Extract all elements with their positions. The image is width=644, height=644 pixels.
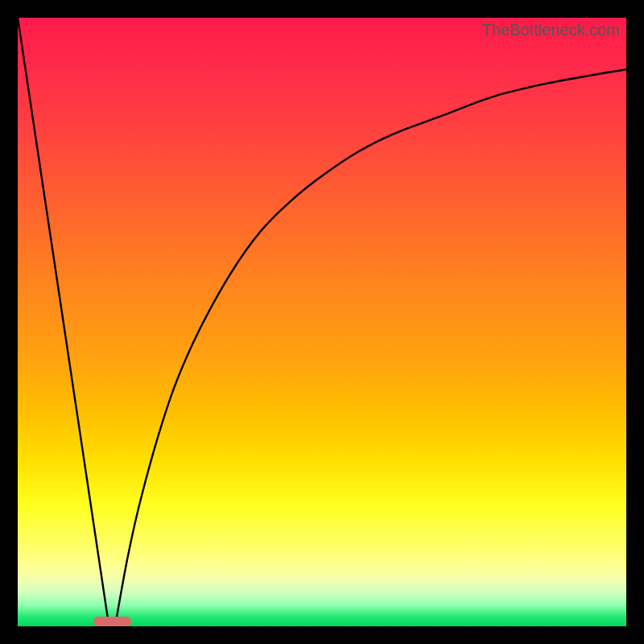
watermark-text: TheBottleneck.com [482,21,620,39]
chart-container: TheBottleneck.com [0,0,644,644]
left-falling-line [18,18,109,626]
plot-area: TheBottleneck.com [18,18,626,626]
chart-curves [18,18,626,626]
optimal-marker [93,617,131,626]
right-rising-curve [115,69,626,626]
